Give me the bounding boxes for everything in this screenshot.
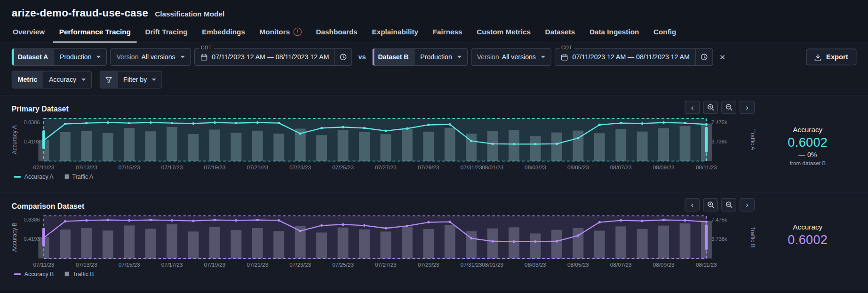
tab-performance-tracing[interactable]: Performance Tracing — [53, 23, 137, 42]
filter-bar: Dataset A Production Version All version… — [0, 43, 868, 96]
svg-text:Accuracy B: Accuracy B — [12, 222, 18, 252]
svg-text:3.738k: 3.738k — [711, 236, 727, 242]
tab-custom-metrics[interactable]: Custom Metrics — [470, 23, 537, 42]
svg-text:08/05/23: 08/05/23 — [567, 261, 589, 268]
svg-text:07/27/23: 07/27/23 — [375, 261, 397, 268]
zoom-in-icon — [707, 201, 714, 208]
tab-label: Fairness — [433, 28, 462, 36]
dataset-a-environment-value: Production — [60, 53, 92, 61]
chevron-down-icon — [81, 79, 86, 81]
version-a-text: Version All versions — [111, 49, 191, 65]
dataset-b-control: Dataset B Production — [372, 48, 467, 66]
time-preset-b-button[interactable] — [695, 49, 712, 65]
legend-item: Traffic B — [65, 270, 94, 277]
svg-text:08/03/23: 08/03/23 — [525, 164, 546, 170]
primary-section-title: Primary Dataset — [12, 104, 69, 113]
date-range-a: CDT 07/11/2023 12 AM — 08/11/2023 12 AM — [194, 48, 352, 66]
dataset-b-chip: Dataset B — [373, 49, 414, 65]
tab-fairness[interactable]: Fairness — [427, 23, 469, 42]
svg-text:Accuracy A: Accuracy A — [12, 125, 18, 154]
tab-datasets[interactable]: Datasets — [539, 23, 581, 42]
svg-text:08/01/23: 08/01/23 — [482, 261, 503, 268]
chevron-down-icon — [152, 79, 156, 81]
clock-icon — [340, 53, 347, 61]
comparison-chart[interactable]: 0.83860.41937.475k3.738kAccuracy BTraffi… — [12, 213, 759, 269]
legend-label: Traffic B — [72, 270, 94, 277]
svg-text:07/31/23: 07/31/23 — [461, 164, 482, 170]
dataset-a-environment-select[interactable]: Production — [54, 49, 106, 65]
date-range-a-field[interactable]: 07/11/2023 12 AM — 08/11/2023 12 AM — [195, 49, 334, 65]
metric-value: Accuracy — [49, 76, 76, 83]
svg-text:07/11/23: 07/11/23 — [33, 164, 55, 170]
stat-delta: —0% — [798, 151, 817, 158]
dataset-b-environment-select[interactable]: Production — [414, 49, 467, 65]
delta-dash: — — [798, 151, 805, 158]
tab-data-ingestion[interactable]: Data Ingestion — [583, 23, 645, 42]
clear-comparison-button[interactable]: ✕ — [716, 53, 729, 61]
chevron-right-icon: › — [746, 103, 748, 112]
zoom-out-button[interactable] — [721, 101, 736, 114]
stat-label: Accuracy — [793, 126, 822, 134]
chevron-down-icon — [457, 56, 461, 58]
pan-right-button[interactable]: › — [740, 198, 755, 211]
svg-text:07/13/23: 07/13/23 — [76, 164, 97, 170]
model-type-label: Classification Model — [155, 10, 224, 18]
tab-config[interactable]: Config — [647, 23, 682, 42]
comparison-dataset-section: Comparison Dataset ‹ › — [0, 192, 868, 290]
date-range-b: CDT 07/11/2023 12 AM — 08/11/2023 12 AM — [555, 48, 713, 66]
tab-label: Drift Tracing — [145, 28, 187, 36]
dataset-a-chip: Dataset A — [12, 49, 54, 65]
primary-dataset-section: Primary Dataset ‹ › 0 — [0, 96, 868, 193]
svg-text:07/23/23: 07/23/23 — [289, 164, 311, 170]
filter-by-button[interactable]: Filter by — [99, 71, 162, 89]
pan-right-button[interactable]: › — [740, 101, 755, 114]
stat-value: 0.6002 — [788, 135, 828, 150]
svg-text:08/11/23: 08/11/23 — [696, 261, 717, 268]
pan-left-button[interactable]: ‹ — [685, 101, 700, 114]
svg-text:07/29/23: 07/29/23 — [418, 164, 439, 170]
svg-text:07/17/23: 07/17/23 — [161, 164, 183, 170]
zoom-in-button[interactable] — [703, 198, 718, 211]
version-b-select[interactable]: Version All versions — [471, 48, 551, 66]
tab-monitors[interactable]: Monitors! — [254, 23, 308, 42]
version-a-label: Version — [116, 53, 138, 61]
svg-text:Traffic B: Traffic B — [749, 227, 756, 248]
version-b-label: Version — [477, 53, 499, 61]
comparison-section-title: Comparison Dataset — [12, 202, 84, 210]
dataset-filter-row: Dataset A Production Version All version… — [12, 48, 857, 66]
tab-overview[interactable]: Overview — [7, 23, 51, 42]
zoom-in-icon — [707, 103, 714, 111]
legend-line-swatch — [14, 176, 21, 178]
svg-text:07/19/23: 07/19/23 — [204, 261, 226, 268]
export-button[interactable]: Export — [806, 49, 857, 65]
tab-drift-tracing[interactable]: Drift Tracing — [139, 23, 194, 42]
legend-bar-swatch — [64, 174, 69, 179]
chevron-down-icon — [96, 56, 101, 58]
zoom-in-button[interactable] — [703, 101, 718, 114]
primary-chart[interactable]: 0.83860.41937.475k3.738kAccuracy ATraffi… — [12, 116, 759, 171]
tab-explainability[interactable]: Explainability — [366, 23, 425, 42]
chevron-down-icon — [180, 56, 184, 58]
version-a-select[interactable]: Version All versions — [111, 48, 191, 66]
svg-text:08/03/23: 08/03/23 — [525, 261, 546, 268]
pan-left-button[interactable]: ‹ — [685, 198, 700, 211]
svg-text:07/15/23: 07/15/23 — [119, 164, 140, 170]
time-preset-a-button[interactable] — [334, 49, 351, 65]
date-range-b-field[interactable]: 07/11/2023 12 AM — 08/11/2023 12 AM — [555, 49, 695, 65]
zoom-out-icon — [725, 201, 733, 208]
tab-embeddings[interactable]: Embeddings — [196, 23, 251, 42]
primary-legend: Accuracy ATraffic A — [12, 171, 857, 180]
filter-funnel-icon — [105, 76, 112, 83]
metric-select[interactable]: Metric Accuracy — [12, 71, 92, 89]
tab-label: Config — [653, 28, 676, 36]
svg-text:07/31/23: 07/31/23 — [461, 261, 482, 268]
svg-text:08/09/23: 08/09/23 — [653, 164, 675, 170]
svg-text:7.475k: 7.475k — [711, 119, 727, 125]
svg-text:07/25/23: 07/25/23 — [332, 164, 354, 170]
zoom-out-button[interactable] — [721, 198, 736, 211]
tab-dashboards[interactable]: Dashboards — [310, 23, 364, 42]
legend-item: Accuracy A — [14, 173, 53, 180]
legend-bar-swatch — [65, 272, 69, 276]
tab-label: Overview — [13, 28, 45, 36]
svg-text:07/15/23: 07/15/23 — [119, 261, 140, 268]
